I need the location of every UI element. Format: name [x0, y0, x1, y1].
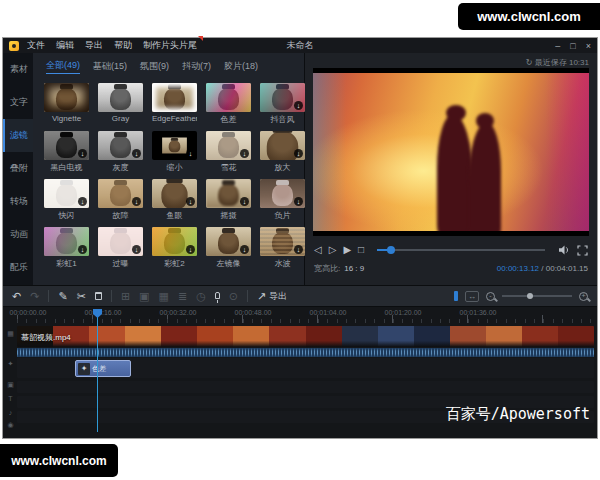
sidebar-item-叠附[interactable]: 叠附: [3, 152, 33, 185]
download-icon[interactable]: ↓: [186, 197, 195, 206]
download-icon[interactable]: ↓: [132, 245, 141, 254]
download-icon[interactable]: ↓: [78, 245, 87, 254]
sidebar-item-素材[interactable]: 素材: [3, 53, 33, 86]
next-frame-button[interactable]: ▶: [343, 243, 351, 257]
filter-item[interactable]: Vignette: [44, 83, 89, 125]
filter-thumbnail[interactable]: ↓: [260, 179, 305, 208]
filter-thumbnail[interactable]: ↓: [44, 179, 89, 208]
maximize-button[interactable]: □: [570, 41, 575, 51]
filter-item[interactable]: ↓过曝: [98, 227, 143, 269]
filter-item[interactable]: ↓鱼眼: [152, 179, 197, 221]
download-icon[interactable]: ↓: [78, 197, 87, 206]
filter-item[interactable]: ↓彩虹1: [44, 227, 89, 269]
zoom-out-icon[interactable]: -: [486, 292, 495, 301]
filter-item[interactable]: ↓故障: [98, 179, 143, 221]
filter-thumbnail[interactable]: [44, 83, 89, 112]
filter-thumbnail[interactable]: ↓: [44, 227, 89, 256]
menu-item[interactable]: 编辑: [56, 39, 74, 52]
filter-item[interactable]: EdgeFeather: [152, 83, 197, 125]
download-icon[interactable]: ↓: [186, 245, 195, 254]
timeline-zoom-slider[interactable]: [502, 295, 572, 297]
export-icon[interactable]: ↗导出: [257, 287, 287, 305]
video-track[interactable]: 慕韶视频.mp4: [17, 326, 594, 357]
filter-thumbnail[interactable]: [98, 83, 143, 112]
snapshot-icon[interactable]: ⊙: [229, 287, 238, 305]
record-icon[interactable]: [215, 293, 220, 300]
menu-item[interactable]: 制作片头片尾: [143, 39, 197, 52]
filter-thumbnail[interactable]: [152, 83, 197, 112]
filter-thumbnail[interactable]: ↓: [152, 179, 197, 208]
tab-全部(49)[interactable]: 全部(49): [46, 59, 80, 74]
filter-clip[interactable]: ✦ 色差: [75, 360, 131, 377]
sidebar-item-动画[interactable]: 动画: [3, 218, 33, 251]
sidebar-item-转场[interactable]: 转场: [3, 185, 33, 218]
video-clip-waveform[interactable]: [17, 348, 594, 357]
download-icon[interactable]: ↓: [186, 149, 195, 158]
filter-thumbnail[interactable]: ↓: [152, 131, 197, 160]
speed-icon[interactable]: ◷: [196, 287, 206, 305]
edit-icon[interactable]: ✎: [58, 287, 67, 305]
download-icon[interactable]: ↓: [294, 149, 303, 158]
prev-frame-button[interactable]: ◁: [314, 243, 322, 257]
tab-抖动(7)[interactable]: 抖动(7): [182, 60, 211, 73]
split-icon[interactable]: ✂: [77, 287, 86, 305]
filter-thumbnail[interactable]: ↓: [44, 131, 89, 160]
aspect-ratio-value[interactable]: 16 : 9: [344, 264, 364, 273]
track-pin-icon[interactable]: [454, 291, 458, 301]
filter-item[interactable]: ↓抖音风: [260, 83, 305, 125]
sidebar-item-配乐[interactable]: 配乐: [3, 251, 33, 284]
filter-item[interactable]: ↓放大: [260, 131, 305, 173]
filter-item[interactable]: ↓快闪: [44, 179, 89, 221]
filter-thumbnail[interactable]: ↓: [260, 83, 305, 112]
filter-thumbnail[interactable]: ↓: [206, 131, 251, 160]
download-icon[interactable]: ↓: [78, 149, 87, 158]
sidebar-item-滤镜[interactable]: 滤镜: [3, 119, 33, 152]
sidebar-item-文字[interactable]: 文字: [3, 86, 33, 119]
download-icon[interactable]: ↓: [132, 197, 141, 206]
undo-icon[interactable]: ↶: [12, 287, 21, 305]
filter-thumbnail[interactable]: [206, 83, 251, 112]
overlay-track[interactable]: [17, 381, 594, 393]
tab-胶片(18)[interactable]: 胶片(18): [224, 60, 258, 73]
filter-item[interactable]: ↓灰度: [98, 131, 143, 173]
download-icon[interactable]: ↓: [132, 149, 141, 158]
filter-item[interactable]: ↓摇摄: [206, 179, 251, 221]
filter-thumbnail[interactable]: ↓: [206, 227, 251, 256]
filter-thumbnail[interactable]: ↓: [98, 131, 143, 160]
download-icon[interactable]: ↓: [240, 245, 249, 254]
filter-item[interactable]: ↓负片: [260, 179, 305, 221]
menu-item[interactable]: 导出: [85, 39, 103, 52]
download-icon[interactable]: ↓: [294, 197, 303, 206]
filter-item[interactable]: ↓缩小: [152, 131, 197, 173]
filter-thumbnail[interactable]: ↓: [98, 227, 143, 256]
fit-timeline-icon[interactable]: ↔: [465, 291, 479, 302]
filter-item[interactable]: Gray: [98, 83, 143, 125]
playhead-line[interactable]: [97, 313, 98, 432]
minimize-button[interactable]: –: [555, 41, 560, 51]
redo-icon[interactable]: ↷: [30, 287, 39, 305]
subtitle-icon[interactable]: ≣: [178, 287, 187, 305]
download-icon[interactable]: ↓: [240, 197, 249, 206]
video-clip-filmstrip[interactable]: [17, 326, 594, 347]
filter-item[interactable]: 色差: [206, 83, 251, 125]
filter-thumbnail[interactable]: ↓: [260, 227, 305, 256]
mosaic-icon[interactable]: ▦: [159, 287, 169, 305]
tab-氛围(9)[interactable]: 氛围(9): [140, 60, 169, 73]
menu-item[interactable]: 帮助: [114, 39, 132, 52]
fullscreen-icon[interactable]: [577, 245, 588, 256]
download-icon[interactable]: ↓: [294, 245, 303, 254]
seek-slider[interactable]: [377, 249, 545, 251]
filter-item[interactable]: ↓雪花: [206, 131, 251, 173]
seek-handle[interactable]: [387, 246, 395, 254]
filter-item[interactable]: ↓彩虹2: [152, 227, 197, 269]
filter-thumbnail[interactable]: ↓: [152, 227, 197, 256]
filter-item[interactable]: ↓水波: [260, 227, 305, 269]
filter-item[interactable]: ↓左镜像: [206, 227, 251, 269]
filter-item[interactable]: ↓黑白电视: [44, 131, 89, 173]
delete-icon[interactable]: [95, 292, 102, 300]
crop-icon[interactable]: ⊞: [121, 287, 130, 305]
tab-基础(15)[interactable]: 基础(15): [93, 60, 127, 73]
filter-thumbnail[interactable]: ↓: [206, 179, 251, 208]
stop-button[interactable]: □: [358, 243, 364, 257]
volume-icon[interactable]: [558, 244, 570, 256]
